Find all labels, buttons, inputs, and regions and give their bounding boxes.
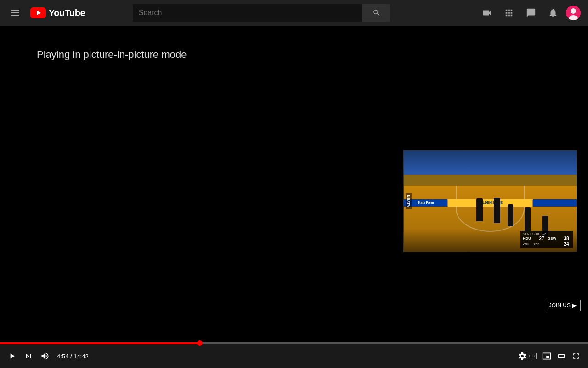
controls-row: 4:54 / 14:42 HD xyxy=(0,344,588,368)
search-container xyxy=(133,4,390,22)
bell-icon xyxy=(548,8,558,18)
right-controls: HD xyxy=(516,350,582,362)
miniplayer-icon xyxy=(542,351,551,361)
player-3 xyxy=(508,204,513,226)
banner-3 xyxy=(533,199,577,207)
avatar-button[interactable] xyxy=(566,6,581,20)
hd-badge: HD xyxy=(527,353,537,359)
player-4 xyxy=(525,207,531,231)
progress-filled xyxy=(0,342,200,344)
search-input-wrapper xyxy=(133,4,363,22)
volume-icon xyxy=(40,351,50,361)
player-2 xyxy=(494,198,500,223)
pip-message: Playing in picture-in-picture mode xyxy=(37,49,187,61)
progress-bar[interactable] xyxy=(0,342,588,344)
svg-rect-0 xyxy=(11,10,19,11)
chat-button[interactable] xyxy=(522,4,540,22)
header: YouTube xyxy=(0,0,588,26)
play-icon xyxy=(7,351,17,361)
main-content: Playing in picture-in-picture mode State… xyxy=(0,26,588,368)
settings-button[interactable]: HD xyxy=(516,350,538,362)
theater-icon xyxy=(557,351,566,361)
search-icon xyxy=(373,9,381,17)
svg-rect-2 xyxy=(11,15,19,16)
fullscreen-icon xyxy=(571,351,581,361)
clock-time: 8:52 xyxy=(533,242,539,246)
volume-button[interactable] xyxy=(39,350,51,362)
team1-score: 27 xyxy=(537,236,546,241)
court-line-1 xyxy=(456,186,525,232)
apps-button[interactable] xyxy=(500,4,518,22)
join-us-arrow: ▶ xyxy=(572,302,577,309)
time-total: 14:42 xyxy=(74,353,89,360)
join-us-label: JOIN US xyxy=(549,302,571,309)
time-current: 4:54 xyxy=(57,353,68,360)
youtube-icon xyxy=(30,7,46,18)
team3-score: 24 xyxy=(562,242,571,247)
create-icon xyxy=(482,8,492,18)
join-us-button[interactable]: JOIN US ▶ xyxy=(545,300,581,311)
logo-text: YouTube xyxy=(49,8,85,18)
apps-icon xyxy=(504,8,514,18)
time-display: 4:54 / 14:42 xyxy=(57,353,89,360)
team2-score: 38 xyxy=(562,236,571,241)
youtube-logo[interactable]: YouTube xyxy=(30,7,85,18)
banner-golden: GOLDEN STATE xyxy=(448,199,532,207)
header-right xyxy=(478,4,581,22)
theater-button[interactable] xyxy=(555,350,568,362)
svg-rect-1 xyxy=(11,12,19,13)
pip-window[interactable]: State Farm GOLDEN STATE NBATV SERIES TIE… xyxy=(403,150,577,252)
svg-point-6 xyxy=(571,8,576,14)
next-icon xyxy=(24,351,33,361)
pip-content: State Farm GOLDEN STATE NBATV SERIES TIE… xyxy=(404,150,577,252)
settings-icon xyxy=(518,351,527,361)
banner-area: State Farm GOLDEN STATE xyxy=(404,199,577,207)
period-label: 2ND xyxy=(523,242,529,246)
pip-left-text: NBATV xyxy=(406,193,412,209)
create-video-button[interactable] xyxy=(478,4,496,22)
chat-icon xyxy=(526,8,536,18)
search-button[interactable] xyxy=(363,4,390,22)
score-row-2: 2ND 8:52 24 xyxy=(523,242,571,247)
series-info: SERIES TIE 2-2 xyxy=(523,232,571,236)
controls-area: 4:54 / 14:42 HD xyxy=(0,342,588,368)
play-button[interactable] xyxy=(6,350,18,362)
search-input[interactable] xyxy=(133,4,362,22)
team2-name: GSW xyxy=(548,236,560,241)
score-row-1: HOU 27 GSW 38 xyxy=(523,236,571,241)
miniplayer-button[interactable] xyxy=(540,350,553,362)
time-separator: / xyxy=(68,353,74,360)
team1-name: HOU xyxy=(523,236,536,241)
video-container[interactable]: Playing in picture-in-picture mode State… xyxy=(0,26,588,342)
notifications-button[interactable] xyxy=(544,4,562,22)
avatar-icon xyxy=(566,6,581,20)
fullscreen-button[interactable] xyxy=(570,350,582,362)
next-button[interactable] xyxy=(22,350,35,362)
scoreboard: SERIES TIE 2-2 HOU 27 GSW 38 2ND 8:52 24 xyxy=(520,231,573,248)
menu-button[interactable] xyxy=(7,6,23,20)
player-1 xyxy=(476,198,483,221)
